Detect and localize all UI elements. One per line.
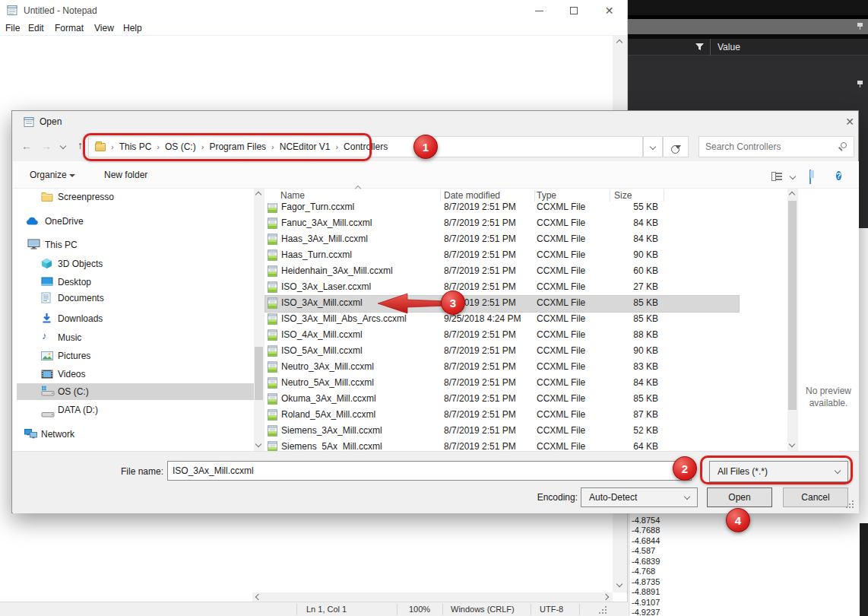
divider[interactable] <box>664 190 664 202</box>
open-dialog-icon <box>23 116 35 128</box>
file-row[interactable]: Fanuc_3Ax_Mill.ccxml 8/7/2019 2:51 PM CC… <box>265 215 787 231</box>
file-row[interactable]: ISO_3Ax_Mill.ccxml 8/7/2019 2:51 PM CCXM… <box>265 295 787 311</box>
file-type: CCXML File <box>537 311 585 327</box>
sidebar-item-desktop[interactable]: Desktop <box>17 274 254 291</box>
file-row[interactable]: ISO_4Ax_Mill.ccxml 8/7/2019 2:51 PM CCXM… <box>265 327 787 343</box>
divider[interactable] <box>610 190 610 202</box>
notepad-titlebar[interactable]: Untitled - Notepad ✕ <box>0 0 627 21</box>
ccxml-file-icon <box>268 345 277 359</box>
dialog-content: Screenpresso OneDrive This PC 3D Objects <box>13 189 859 451</box>
file-row[interactable]: ISO_3Ax_Mill_Abs_Arcs.ccxml 9/25/2018 4:… <box>265 311 787 327</box>
dark-panel-top-bar <box>628 0 868 15</box>
sidebar-item-screenpresso[interactable]: Screenpresso <box>17 189 254 205</box>
sidebar-item-downloads[interactable]: Downloads <box>17 310 254 327</box>
file-row[interactable]: Neutro_5Ax_Mill.ccxml 8/7/2019 2:51 PM C… <box>265 375 787 391</box>
sidebar-item-network[interactable]: Network <box>17 426 254 443</box>
divider[interactable] <box>534 190 535 202</box>
open-button[interactable]: Open <box>707 487 772 507</box>
file-size: 64 KB <box>605 439 658 451</box>
file-row[interactable]: ISO_5Ax_Mill.ccxml 8/7/2019 2:51 PM CCXM… <box>265 343 787 359</box>
ccxml-file-icon <box>268 265 277 279</box>
maximize-icon <box>570 7 578 14</box>
cancel-button[interactable]: Cancel <box>783 487 848 507</box>
file-row[interactable]: ISO_3Ax_Laser.ccxml 8/7/2019 2:51 PM CCX… <box>265 279 787 295</box>
menu-file[interactable]: File <box>5 23 20 33</box>
back-icon[interactable]: ← <box>21 140 32 152</box>
sidebar-item-os-c[interactable]: OS (C:) <box>17 383 254 400</box>
folder-icon <box>41 191 53 205</box>
file-row[interactable]: Haas_3Ax_Mill.ccxml 8/7/2019 2:51 PM CCX… <box>265 231 787 247</box>
scrollbar-thumb[interactable] <box>788 201 797 410</box>
sidebar-item-data-d[interactable]: DATA (D:) <box>17 402 254 418</box>
forward-icon[interactable]: → <box>41 140 52 152</box>
column-header-name[interactable]: Name <box>280 190 305 201</box>
column-header-date[interactable]: Date modified <box>444 190 500 201</box>
menu-format[interactable]: Format <box>55 23 84 33</box>
file-row[interactable]: Neutro_3Ax_Mill.ccxml 8/7/2019 2:51 PM C… <box>265 359 787 375</box>
file-name: ISO_5Ax_Mill.ccxml <box>281 343 363 359</box>
file-row[interactable]: Okuma_3Ax_Mill.ccxml 8/7/2019 2:51 PM CC… <box>265 391 787 407</box>
column-header-type[interactable]: Type <box>537 190 556 201</box>
refresh-icon <box>671 145 680 154</box>
divider <box>710 39 711 56</box>
ccxml-file-icon <box>268 203 277 215</box>
organize-button[interactable]: Organize <box>30 170 75 180</box>
file-row[interactable]: Roland_5Ax_Mill.ccxml 8/7/2019 2:51 PM C… <box>265 407 787 423</box>
file-name-input[interactable] <box>167 461 692 481</box>
preview-pane-button[interactable] <box>809 170 811 184</box>
file-row[interactable]: Siemens_3Ax_Mill.ccxml 8/7/2019 2:51 PM … <box>265 423 787 439</box>
scroll-up-icon <box>255 192 261 198</box>
column-header-size[interactable]: Size <box>614 190 632 201</box>
menu-edit[interactable]: Edit <box>28 23 44 33</box>
search-input[interactable] <box>699 137 854 157</box>
sidebar-item-this-pc[interactable]: This PC <box>17 237 254 253</box>
sidebar-item-pictures[interactable]: Pictures <box>17 348 254 364</box>
file-name: Fanuc_3Ax_Mill.ccxml <box>281 215 372 231</box>
file-type: CCXML File <box>537 407 585 423</box>
file-size: 85 KB <box>605 311 658 327</box>
file-list-scrollbar[interactable] <box>787 189 798 451</box>
sidebar-scrollbar[interactable] <box>254 189 265 451</box>
preview-pane-message: No preview available. <box>796 385 861 409</box>
file-name: ISO_4Ax_Mill.ccxml <box>281 327 363 343</box>
sidebar-item-onedrive[interactable]: OneDrive <box>17 213 254 230</box>
file-row[interactable]: Heidenhain_3Ax_Mill.ccxml 8/7/2019 2:51 … <box>265 263 787 279</box>
file-date-modified: 8/7/2019 2:51 PM <box>444 203 516 215</box>
value-column-header[interactable]: Value <box>718 42 740 52</box>
scrollbar-thumb[interactable] <box>255 347 263 400</box>
notepad-horizontal-scrollbar[interactable] <box>252 592 613 602</box>
help-button[interactable]: ? <box>836 168 841 183</box>
sidebar-item-music[interactable]: ♪ Music <box>17 329 254 346</box>
up-icon[interactable]: ↑ <box>78 139 83 151</box>
recent-locations-icon[interactable] <box>60 143 66 149</box>
dialog-resize-grip[interactable] <box>846 506 847 508</box>
address-dropdown-button[interactable] <box>643 136 663 157</box>
ccxml-file-icon <box>268 393 277 407</box>
dialog-close-button[interactable]: ✕ <box>839 113 860 131</box>
file-row[interactable]: Fagor_Turn.ccxml 8/7/2019 2:51 PM CCXML … <box>265 203 787 215</box>
annotation-rect-breadcrumb <box>83 133 372 161</box>
os-drive-icon <box>41 386 55 399</box>
search-box[interactable] <box>699 136 854 157</box>
dialog-title: Open <box>40 116 62 127</box>
file-row[interactable]: Haas_Turn.ccxml 8/7/2019 2:51 PM CCXML F… <box>265 247 787 263</box>
sidebar-item-videos[interactable]: Videos <box>17 366 254 383</box>
maximize-button[interactable] <box>557 0 591 21</box>
divider[interactable] <box>440 190 441 202</box>
sidebar-item-3d-objects[interactable]: 3D Objects <box>17 256 254 272</box>
filter-icon[interactable] <box>695 43 705 52</box>
video-icon <box>41 368 53 382</box>
menu-help[interactable]: Help <box>123 23 142 33</box>
refresh-button[interactable] <box>663 136 689 157</box>
file-row[interactable]: Siemens_5Ax_Mill.ccxml 8/7/2019 2:51 PM … <box>265 439 787 451</box>
file-name: Neutro_5Ax_Mill.ccxml <box>281 375 374 391</box>
close-button[interactable]: ✕ <box>592 0 626 21</box>
minimize-button[interactable] <box>522 0 556 21</box>
new-folder-button[interactable]: New folder <box>104 170 147 180</box>
sidebar-item-documents[interactable]: Documents <box>17 290 254 306</box>
ccxml-file-icon <box>268 425 277 439</box>
menu-view[interactable]: View <box>94 23 114 33</box>
file-name: Fagor_Turn.ccxml <box>281 203 354 215</box>
file-size: 87 KB <box>605 407 658 423</box>
encoding-select[interactable]: Auto-Detect <box>581 487 698 507</box>
